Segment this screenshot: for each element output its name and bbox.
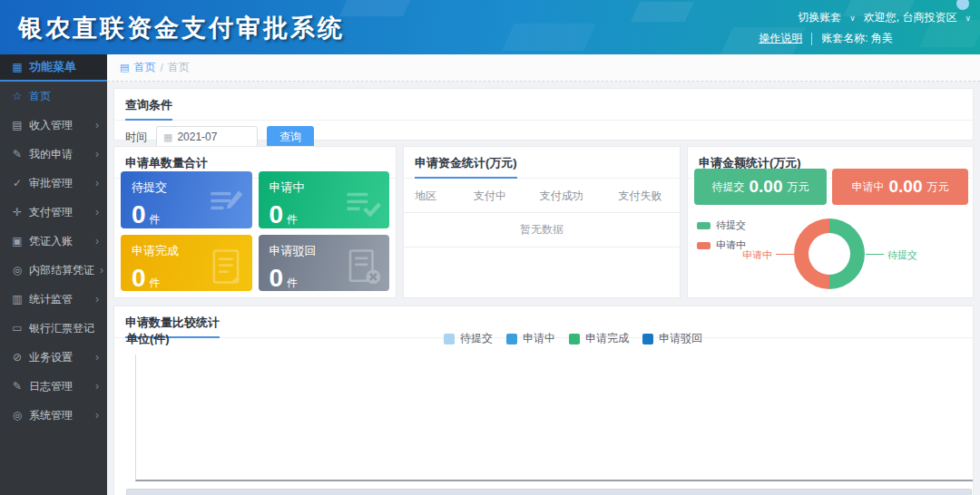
- donut-label-in-progress: 申请中: [742, 248, 772, 262]
- legend-swatch-light-blue: [444, 334, 455, 345]
- comparison-legend: 待提交 申请中 申请完成 申请驳回: [444, 331, 702, 346]
- header-decoration: [502, 24, 596, 51]
- query-panel: 查询条件 时间 ▦ 查询: [113, 88, 974, 141]
- sidebar-item-label: 凭证入账: [29, 234, 73, 249]
- card-icon: ▭: [11, 322, 24, 335]
- document-x-icon: [344, 248, 382, 286]
- query-panel-header: 查询条件: [114, 89, 973, 121]
- sidebar-item-system-management[interactable]: ◎ 系统管理 ›: [0, 401, 107, 430]
- amount-box-in-progress: 申请中 0.00 万元: [832, 169, 968, 205]
- legend-item-applying[interactable]: 申请中: [506, 331, 555, 346]
- sidebar-item-label: 首页: [29, 89, 51, 104]
- amount-value: 0.00: [750, 177, 783, 197]
- sidebar-item-bank-draft[interactable]: ▭ 银行汇票登记: [0, 314, 107, 343]
- sidebar-item-label: 银行汇票登记: [29, 321, 94, 336]
- plus-icon: ✛: [11, 206, 24, 218]
- donut-callout-line-left: [776, 254, 794, 255]
- card-unit: 件: [150, 213, 161, 226]
- legend-item-pending-submit[interactable]: 待提交: [444, 331, 493, 346]
- edit-icon: ✎: [11, 380, 24, 393]
- sidebar-item-label: 业务设置: [29, 350, 73, 365]
- sidebar: ▦ 功能菜单 ☆ 首页 ▤ 收入管理 › ✎ 我的申请 › ✓ 审批管理 › ✛…: [0, 54, 107, 495]
- data-zoom-slider[interactable]: [126, 489, 972, 495]
- fund-stats-table: 地区 支付中 支付成功 支付失败 暂无数据: [404, 180, 680, 248]
- header-decoration: [631, 2, 694, 22]
- legend-item-complete[interactable]: 申请完成: [569, 331, 629, 346]
- date-input[interactable]: [177, 131, 250, 143]
- app-title: 银农直联资金支付审批系统: [18, 12, 345, 44]
- gear-icon: ◎: [11, 409, 24, 422]
- time-label: 时间: [125, 130, 147, 145]
- sidebar-item-label: 内部结算凭证: [29, 263, 94, 278]
- legend-item-in-progress[interactable]: 申请中: [697, 238, 746, 252]
- link-icon: ⊘: [11, 351, 24, 364]
- header-top-row: 切换账套 ∨ 欢迎您, 台商投资区 ∨: [798, 10, 971, 25]
- bar-chart-icon: ▥: [11, 293, 24, 306]
- legend-label: 申请完成: [585, 331, 629, 346]
- date-picker[interactable]: ▦: [156, 126, 258, 148]
- breadcrumb-home-link[interactable]: 首页: [133, 60, 155, 75]
- sidebar-item-home[interactable]: ☆ 首页: [0, 82, 107, 111]
- legend-item-pending[interactable]: 待提交: [697, 218, 746, 232]
- donut-chart: [794, 218, 865, 289]
- card-in-progress: 申请中 0件: [259, 171, 390, 228]
- empty-data-text: 暂无数据: [404, 213, 680, 248]
- card-value: 0: [132, 264, 146, 292]
- legend-swatch-green: [697, 222, 710, 229]
- breadcrumb: ▤ 首页 / 首页: [107, 54, 980, 82]
- pencil-icon: ✎: [11, 148, 24, 160]
- amount-unit: 万元: [787, 180, 808, 195]
- operation-guide-link[interactable]: 操作说明: [759, 31, 802, 46]
- chevron-right-icon: ›: [95, 119, 99, 131]
- sidebar-item-voucher-entry[interactable]: ▣ 凭证入账 ›: [0, 227, 107, 256]
- sidebar-item-statistics[interactable]: ▥ 统计监管 ›: [0, 285, 107, 314]
- card-completed: 申请完成 0件: [121, 235, 252, 292]
- sidebar-item-payment[interactable]: ✛ 支付管理 ›: [0, 198, 107, 227]
- card-pending-submit: 待提交 0件: [121, 171, 252, 228]
- count-cards: 待提交 0件 申请中 0件 申请: [121, 171, 389, 291]
- legend-swatch-red: [697, 242, 710, 249]
- sidebar-item-label: 收入管理: [29, 118, 73, 133]
- legend-item-rejected[interactable]: 申请驳回: [642, 331, 702, 346]
- fund-stats-title: 申请资金统计(万元): [415, 155, 517, 179]
- card-rejected: 申请驳回 0件: [259, 235, 390, 292]
- welcome-user-menu[interactable]: 欢迎您, 台商投资区: [864, 10, 957, 25]
- sidebar-item-my-applications[interactable]: ✎ 我的申请 ›: [0, 140, 107, 169]
- donut-label-pending: 待提交: [887, 248, 917, 262]
- chevron-right-icon: ›: [95, 148, 99, 160]
- sidebar-item-income[interactable]: ▤ 收入管理 ›: [0, 111, 107, 140]
- sidebar-item-approval[interactable]: ✓ 审批管理 ›: [0, 169, 107, 198]
- check-icon: ✓: [11, 177, 24, 189]
- amount-label: 申请中: [852, 180, 885, 195]
- star-icon: ☆: [11, 90, 24, 102]
- search-button[interactable]: 查询: [267, 126, 314, 148]
- sidebar-item-label: 我的申请: [29, 147, 73, 162]
- list-check-icon: [344, 185, 382, 223]
- card-unit: 件: [287, 213, 298, 226]
- card-unit: 件: [287, 277, 298, 289]
- fund-stats-header: 申请资金统计(万元): [404, 147, 680, 179]
- briefcase-icon: ▣: [11, 235, 24, 248]
- column-header-failed: 支付失败: [601, 180, 680, 213]
- notification-dot: [956, 0, 969, 10]
- count-summary-panel: 申请单数量合计 待提交 0件 申请中 0件: [113, 146, 397, 298]
- legend-swatch-blue: [506, 334, 517, 345]
- chevron-down-icon[interactable]: ∨: [965, 14, 971, 23]
- column-header-paying: 支付中: [458, 180, 523, 213]
- gear-icon: ◎: [11, 264, 24, 277]
- chevron-down-icon[interactable]: ∨: [849, 14, 856, 23]
- breadcrumb-doc-icon: ▤: [120, 62, 129, 73]
- document-edit-icon: [207, 185, 245, 223]
- column-header-region: 地区: [404, 180, 458, 213]
- sidebar-item-internal-settlement[interactable]: ◎ 内部结算凭证 ›: [0, 256, 107, 285]
- legend-swatch-green: [569, 334, 580, 345]
- header-decoration: [339, 0, 414, 16]
- breadcrumb-current: 首页: [168, 60, 190, 75]
- chevron-right-icon: ›: [95, 409, 99, 422]
- switch-account-button[interactable]: 切换账套: [798, 10, 841, 25]
- query-row: 时间 ▦ 查询: [114, 121, 973, 148]
- sidebar-item-log-management[interactable]: ✎ 日志管理 ›: [0, 372, 107, 401]
- sidebar-item-business-settings[interactable]: ⊘ 业务设置 ›: [0, 343, 107, 372]
- amount-label: 待提交: [712, 180, 745, 195]
- app-window: 银农直联资金支付审批系统 切换账套 ∨ 欢迎您, 台商投资区 ∨ 操作说明 账套…: [0, 0, 980, 495]
